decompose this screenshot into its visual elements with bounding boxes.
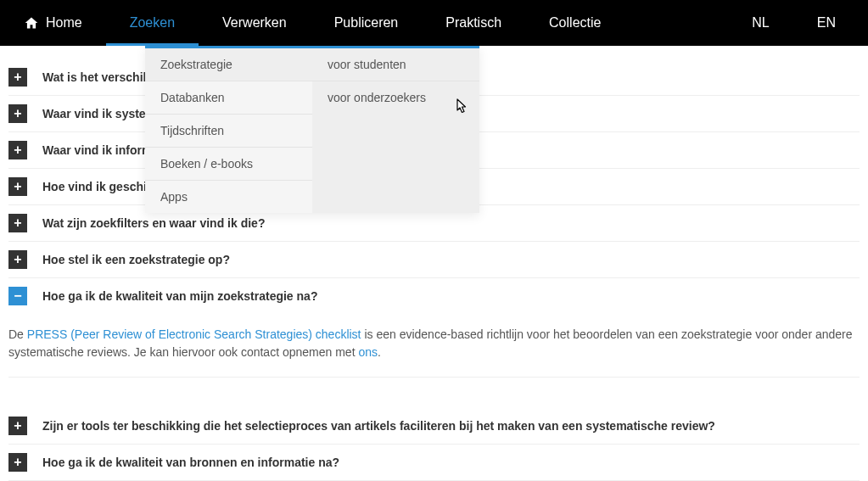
expand-icon: + <box>8 141 27 159</box>
nav-publiceren[interactable]: Publiceren <box>311 0 423 46</box>
nav-lang-nl-label: NL <box>752 15 769 31</box>
nav-lang-en-label: EN <box>817 15 836 31</box>
nav-publiceren-label: Publiceren <box>334 15 399 31</box>
collapse-icon: − <box>8 287 27 305</box>
body-text: De <box>8 327 27 341</box>
expand-icon: + <box>8 104 27 123</box>
accordion-title: Zijn er tools ter beschikking die het se… <box>42 419 715 433</box>
accordion-item[interactable]: + Hoe ga ik de kwaliteit van bronnen en … <box>8 445 860 481</box>
expand-icon: + <box>8 177 27 196</box>
nav-collectie[interactable]: Collectie <box>525 0 624 46</box>
accordion-item-open[interactable]: − Hoe ga ik de kwaliteit van mijn zoekst… <box>8 278 860 314</box>
nav-home-label: Home <box>46 15 82 31</box>
accordion-item[interactable]: + Zijn er tools ter beschikking die het … <box>8 408 860 445</box>
dropdown-item-zoekstrategie[interactable]: Zoekstrategie <box>145 48 312 81</box>
expand-icon: + <box>8 250 27 269</box>
expand-icon: + <box>8 214 27 232</box>
dropdown-sub-col: voor studenten voor onderzoekers <box>312 46 479 213</box>
accordion-title: Hoe stel ik een zoekstrategie op? <box>42 253 230 266</box>
accordion-body: De PRESS (Peer Review of Electronic Sear… <box>8 314 860 378</box>
accordion-item[interactable]: + Hoe stel ik een zoekstrategie op? <box>8 242 860 278</box>
dropdown-item-voor-onderzoekers[interactable]: voor onderzoekers <box>312 81 479 114</box>
home-icon <box>24 16 39 30</box>
dropdown-item-databanken[interactable]: Databanken <box>145 81 312 115</box>
expand-icon: + <box>8 453 27 472</box>
contact-ons-link[interactable]: ons <box>358 345 378 359</box>
navbar: Home Zoeken Verwerken Publiceren Praktis… <box>0 0 868 46</box>
dropdown-item-tijdschriften[interactable]: Tijdschriften <box>145 115 312 148</box>
nav-home[interactable]: Home <box>8 0 106 46</box>
expand-icon: + <box>8 417 27 435</box>
nav-zoeken-label: Zoeken <box>130 15 175 31</box>
section-gap <box>8 384 860 408</box>
dropdown-primary-col: Zoekstrategie Databanken Tijdschriften B… <box>145 46 312 213</box>
dropdown-item-voor-studenten[interactable]: voor studenten <box>312 48 479 81</box>
press-checklist-link[interactable]: PRESS (Peer Review of Electronic Search … <box>27 327 361 341</box>
accordion-title: Wat is het verschil tu <box>42 70 161 84</box>
dropdown-item-apps[interactable]: Apps <box>145 181 312 213</box>
body-text: . <box>378 345 381 359</box>
nav-verwerken[interactable]: Verwerken <box>199 0 311 46</box>
dropdown-zoeken: Zoekstrategie Databanken Tijdschriften B… <box>145 46 479 213</box>
expand-icon: + <box>8 68 27 87</box>
nav-collectie-label: Collectie <box>549 15 601 31</box>
nav-spacer <box>624 0 728 46</box>
nav-zoeken[interactable]: Zoeken <box>106 0 199 46</box>
nav-lang-nl[interactable]: NL <box>728 0 792 46</box>
nav-praktisch[interactable]: Praktisch <box>422 0 525 46</box>
accordion-title: Wat zijn zoekfilters en waar vind ik die… <box>42 216 265 230</box>
nav-praktisch-label: Praktisch <box>445 15 501 31</box>
dropdown-item-boeken[interactable]: Boeken / e-books <box>145 148 312 181</box>
accordion-title: Waar vind ik informa <box>42 143 159 157</box>
nav-verwerken-label: Verwerken <box>222 15 287 31</box>
accordion-title: Hoe ga ik de kwaliteit van mijn zoekstra… <box>42 289 317 303</box>
accordion-title: Hoe ga ik de kwaliteit van bronnen en in… <box>42 456 339 469</box>
nav-lang-en[interactable]: EN <box>793 0 860 46</box>
